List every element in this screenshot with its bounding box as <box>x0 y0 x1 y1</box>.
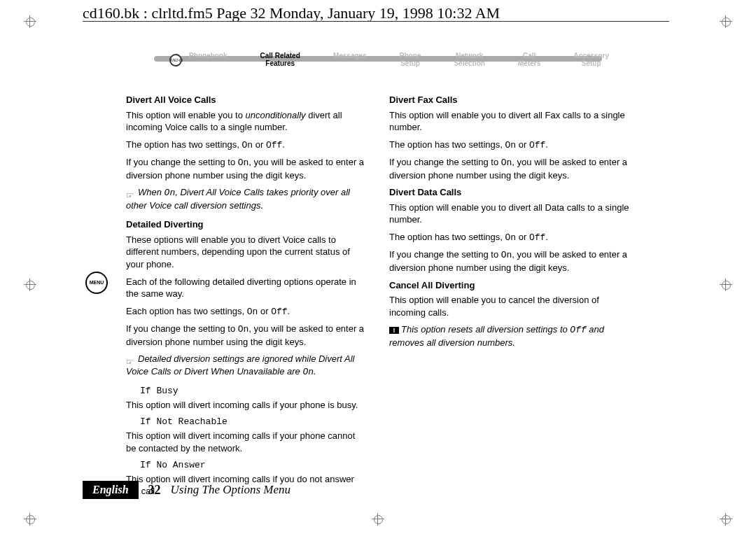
body-text: This option will divert incoming calls i… <box>126 430 367 454</box>
cropmark-tl <box>24 15 36 28</box>
cropmark-br <box>720 513 732 526</box>
cropmark-tr <box>720 15 732 28</box>
nav-item: Call Related Features <box>260 52 300 67</box>
nav-item: Network Selection <box>454 52 484 67</box>
nav-item: Phonebook <box>189 52 227 67</box>
suboption-if-not-reachable: If Not Reachable <box>140 416 367 428</box>
body-text: If you change the setting to On, you wil… <box>126 323 367 348</box>
nav-item: Messages <box>333 52 367 67</box>
right-column: Divert Fax Calls This option will enable… <box>389 94 630 503</box>
note-icon <box>126 356 136 363</box>
cropmark-bm <box>372 513 384 526</box>
menu-side-icon: MENU <box>85 272 108 294</box>
suboption-if-no-answer: If No Answer <box>140 459 367 472</box>
note: Detailed diversion settings are ignored … <box>126 353 367 378</box>
cropmark-bl <box>24 513 36 526</box>
nav-item: Call Meters <box>518 52 540 67</box>
nav-item: Phone Setup <box>400 52 421 67</box>
body-text: The option has two settings, On or Off. <box>389 139 630 152</box>
heading-cancel-all: Cancel All Diverting <box>389 279 630 292</box>
warning-icon <box>389 327 399 334</box>
header-rule <box>83 21 669 22</box>
body-text: This option will enable you to divert al… <box>389 109 630 134</box>
body-text: The option has two settings, On or Off. <box>389 231 630 244</box>
cropmark-mr <box>720 279 732 291</box>
body-text: This option will divert incoming calls i… <box>126 399 367 412</box>
menu-icon: MENU <box>169 54 182 66</box>
note-icon <box>126 190 136 197</box>
body-text: Each of the following detailed diverting… <box>126 276 367 300</box>
body-text: The option has two settings, On or Off. <box>126 139 367 152</box>
page-footer: English 32 Using The Options Menu <box>83 481 290 499</box>
note-warning: This option resets all diversion setting… <box>389 323 630 349</box>
heading-detailed-diverting: Detailed Diverting <box>126 218 367 231</box>
menu-breadcrumb: MENU PhonebookCall Related FeaturesMessa… <box>126 52 630 73</box>
suboption-if-busy: If Busy <box>140 385 367 398</box>
cropmark-ml <box>24 279 36 291</box>
body-text: Each option has two settings, On or Off. <box>126 305 367 318</box>
body-text: This option will enable you to divert al… <box>389 202 630 226</box>
body-text: If you change the setting to On, you wil… <box>126 156 367 181</box>
heading-divert-fax: Divert Fax Calls <box>389 94 630 106</box>
heading-divert-data: Divert Data Calls <box>389 186 630 199</box>
body-text: These options will enable you to divert … <box>126 234 367 271</box>
note: When On, Divert All Voice Calls takes pr… <box>126 186 367 211</box>
body-text: This option will enable you to unconditi… <box>126 109 367 134</box>
body-text: This option will enable you to cancel th… <box>389 294 630 318</box>
nav-item: Accessory Setup <box>573 52 609 67</box>
left-column: Divert All Voice Calls This option will … <box>126 94 367 503</box>
heading-divert-all-voice: Divert All Voice Calls <box>126 94 367 106</box>
page-number: 32 <box>148 482 161 498</box>
body-text: If you change the setting to On, you wil… <box>389 156 630 181</box>
body-text: If you change the setting to On, you wil… <box>389 248 630 274</box>
language-badge: English <box>83 481 139 499</box>
section-title: Using The Options Menu <box>171 482 290 498</box>
